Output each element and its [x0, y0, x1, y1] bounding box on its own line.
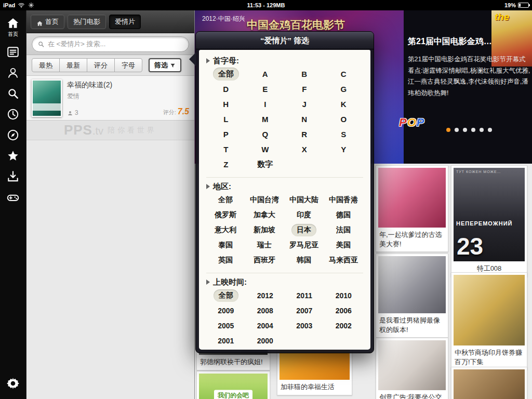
- filter-section-header: 首字母:: [206, 55, 363, 66]
- filter-option[interactable]: B: [296, 68, 312, 80]
- sidebar-item-search[interactable]: [0, 83, 26, 104]
- filter-option[interactable]: I: [259, 98, 271, 110]
- filter-option[interactable]: 德国: [331, 209, 356, 221]
- filter-option[interactable]: 2009: [212, 305, 239, 316]
- banner-dot-3[interactable]: [471, 128, 475, 132]
- filter-option[interactable]: X: [297, 143, 312, 155]
- filter-option[interactable]: 2006: [330, 305, 357, 316]
- sidebar-item-channels[interactable]: [0, 42, 26, 62]
- filter-option[interactable]: R: [296, 128, 312, 140]
- tab-hot-movies[interactable]: 热门电影: [68, 15, 106, 29]
- filter-option[interactable]: T: [218, 143, 233, 155]
- filter-option[interactable]: 2003: [291, 320, 317, 331]
- movie-list-item[interactable]: 幸福的味道(2)爱情3评分:7.5: [26, 76, 194, 121]
- filter-option[interactable]: 中国香港: [324, 194, 363, 206]
- filter-option[interactable]: 西班牙: [248, 254, 281, 267]
- video-card-agent008[interactable]: ТУТ КОЖЕН МОЖЕ…НЕПЕРЕМОЖНИЙ23特工008: [451, 165, 527, 277]
- filter-option[interactable]: Q: [257, 128, 273, 140]
- filter-option[interactable]: M: [257, 113, 274, 125]
- filter-option[interactable]: 全部: [214, 289, 238, 302]
- video-card-party[interactable]: 我们的会吧: [196, 371, 270, 399]
- movie-genre: 爱情: [67, 92, 189, 101]
- filter-option[interactable]: 中国大陆: [284, 194, 324, 206]
- filter-option[interactable]: 2008: [252, 305, 278, 316]
- filter-option[interactable]: P: [218, 128, 234, 140]
- filter-section-header: 地区:: [206, 181, 363, 192]
- tab-home[interactable]: 首页: [31, 15, 64, 29]
- search-input[interactable]: 在 <爱情片> 搜索...: [32, 36, 189, 52]
- filter-option[interactable]: L: [218, 113, 233, 125]
- filter-option[interactable]: 2007: [291, 305, 317, 316]
- filter-option[interactable]: S: [336, 128, 351, 140]
- sort-button-3[interactable]: 字母: [114, 58, 142, 72]
- video-card-glasses[interactable]: 创意广告:我要坐公交 公: [376, 338, 448, 399]
- sidebar-item-discover[interactable]: [0, 125, 26, 145]
- filter-option[interactable]: 英国: [213, 254, 238, 267]
- filter-option[interactable]: Y: [336, 143, 351, 155]
- sidebar-item-games[interactable]: [0, 187, 26, 208]
- video-card-suit[interactable]: 是我看过男猪脚最像权的版本!: [376, 254, 448, 338]
- video-card-mooncake[interactable]: 中秋节商场印月饼券赚百万!下集: [451, 272, 527, 370]
- filter-option[interactable]: 2011: [291, 290, 317, 301]
- sidebar-item-profile[interactable]: [0, 62, 26, 83]
- filter-option[interactable]: 2012: [252, 290, 278, 301]
- filter-option[interactable]: K: [336, 98, 352, 110]
- video-card-wedding[interactable]: 年,一起坑爹过的古选美大赛!: [376, 165, 448, 252]
- sidebar-item-favorites[interactable]: [0, 145, 26, 166]
- banner-dot-0[interactable]: [446, 128, 450, 132]
- filter-option[interactable]: F: [297, 83, 312, 95]
- filter-option[interactable]: E: [257, 83, 273, 95]
- filter-option[interactable]: 韩国: [291, 254, 316, 267]
- filter-option[interactable]: 2005: [212, 320, 239, 331]
- filter-option[interactable]: J: [297, 98, 312, 110]
- filter-option[interactable]: D: [218, 83, 234, 95]
- triangle-marker: [206, 58, 210, 63]
- filter-option[interactable]: A: [257, 68, 273, 80]
- filter-option[interactable]: G: [335, 83, 352, 95]
- sort-button-2[interactable]: 评分: [87, 58, 115, 72]
- filter-option[interactable]: 2010: [330, 290, 357, 301]
- sort-button-1[interactable]: 最新: [59, 58, 87, 72]
- filter-option[interactable]: 2000: [252, 335, 278, 347]
- funnel-icon: [170, 62, 176, 68]
- filter-option[interactable]: 瑞士: [252, 239, 277, 251]
- filter-option[interactable]: 数字: [252, 158, 278, 171]
- tab-romance[interactable]: 爱情片: [109, 15, 141, 29]
- filter-option[interactable]: 法国: [331, 224, 356, 236]
- video-thumbnail: [454, 275, 525, 345]
- filter-option[interactable]: 全部: [213, 194, 238, 206]
- filter-option[interactable]: 2002: [330, 320, 357, 331]
- filter-option[interactable]: 马来西亚: [324, 254, 363, 267]
- filter-option[interactable]: 印度: [291, 209, 316, 221]
- filter-option[interactable]: 中国台湾: [245, 194, 284, 206]
- filter-option[interactable]: O: [335, 113, 352, 125]
- filter-option[interactable]: 美国: [331, 239, 356, 251]
- filter-option[interactable]: 日本: [291, 224, 316, 236]
- filter-option[interactable]: C: [336, 68, 352, 80]
- filter-option[interactable]: 全部: [213, 68, 239, 81]
- sidebar-item-downloads[interactable]: [0, 166, 26, 187]
- banner-dot-1[interactable]: [455, 128, 459, 132]
- sidebar-item-settings[interactable]: [0, 373, 26, 394]
- filter-option[interactable]: 加拿大: [248, 209, 281, 221]
- filter-option[interactable]: 罗马尼亚: [284, 239, 324, 251]
- sort-button-0[interactable]: 最热: [32, 58, 60, 72]
- filter-option[interactable]: H: [218, 98, 234, 110]
- banner-dot-5[interactable]: [488, 128, 492, 132]
- filter-option[interactable]: W: [256, 143, 274, 155]
- filter-option[interactable]: 俄罗斯: [209, 209, 242, 221]
- filter-option[interactable]: Z: [218, 158, 233, 170]
- sidebar-item-home[interactable]: 首页: [0, 13, 26, 42]
- filter-option[interactable]: N: [296, 113, 312, 125]
- filter-option[interactable]: 2004: [252, 320, 278, 331]
- filter-option[interactable]: 泰国: [213, 239, 238, 251]
- banner-dot-2[interactable]: [463, 128, 467, 132]
- sidebar-item-history[interactable]: [0, 104, 26, 125]
- filter-button[interactable]: 筛选: [149, 58, 181, 72]
- filter-option[interactable]: 2001: [212, 335, 239, 347]
- filter-section-label: 地区:: [213, 182, 231, 192]
- filter-option[interactable]: 新加坡: [248, 224, 281, 236]
- filter-option[interactable]: 意大利: [209, 224, 242, 236]
- banner-dot-4[interactable]: [480, 128, 484, 132]
- video-card-sunglasses[interactable]: [451, 367, 527, 399]
